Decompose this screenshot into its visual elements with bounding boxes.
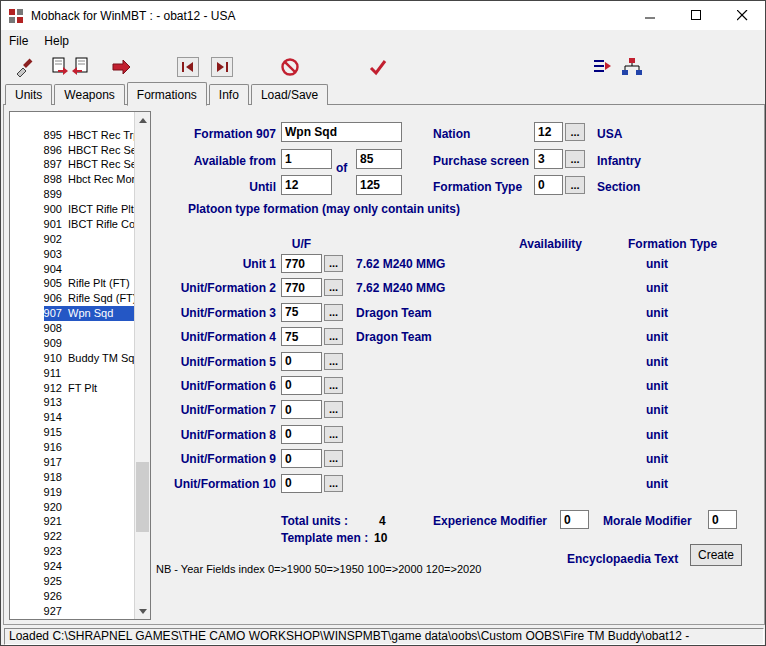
- unit-formation-type: unit: [646, 330, 668, 344]
- goto-record-icon[interactable]: [591, 56, 613, 78]
- unit-picker-button[interactable]: ...: [324, 401, 343, 418]
- formation-list-item-label: 908: [44, 322, 62, 334]
- available-to-field[interactable]: [356, 149, 402, 169]
- confirm-check-icon[interactable]: [367, 56, 389, 78]
- unit-picker-button[interactable]: ...: [324, 255, 343, 272]
- template-men-value: 10: [374, 531, 387, 545]
- nation-id-field[interactable]: [534, 122, 563, 142]
- unit-row: Unit/Formation 9 ... unit: [151, 448, 763, 472]
- formation-type-label: Formation Type: [433, 180, 522, 194]
- formation-list-item-label: 927: [44, 605, 62, 617]
- unit-row-label: Unit/Formation 7: [151, 403, 276, 417]
- unit-formation-type: unit: [646, 428, 668, 442]
- formation-list-item-label: 901 IBCT Rifle Co.: [44, 218, 134, 230]
- formation-list-item-label: 922: [44, 530, 62, 542]
- maximize-button[interactable]: [673, 1, 719, 30]
- tab[interactable]: Weapons: [54, 84, 124, 105]
- unit-formation-type: unit: [646, 257, 668, 271]
- scroll-down-button[interactable]: [135, 603, 150, 619]
- next-record-button[interactable]: [211, 57, 233, 77]
- nation-picker-button[interactable]: ...: [565, 123, 585, 141]
- unit-picker-button[interactable]: ...: [324, 377, 343, 394]
- formation-list-item-label: 920: [44, 501, 62, 513]
- status-text: Loaded C:\SHRAPNEL GAMES\THE CAMO WORKSH…: [9, 629, 689, 643]
- formation-list-item-label: 909: [44, 337, 62, 349]
- list-scrollbar[interactable]: [134, 112, 150, 619]
- tab[interactable]: Units: [5, 84, 52, 105]
- apply-arrow-icon[interactable]: [111, 56, 133, 78]
- formation-type-picker-button[interactable]: ...: [565, 176, 585, 194]
- app-window: Mobhack for WinMBT : - obat12 - USA File…: [0, 0, 766, 646]
- unit-id-field[interactable]: [281, 449, 322, 468]
- until-to-field[interactable]: [356, 175, 402, 195]
- unit-row-label: Unit/Formation 3: [151, 306, 276, 320]
- menu-item[interactable]: File: [1, 31, 36, 51]
- tab[interactable]: Info: [209, 84, 249, 105]
- close-button[interactable]: [719, 1, 765, 30]
- formation-list-item-label: 897 HBCT Rec Sec 2: [44, 158, 134, 170]
- purchase-screen-field[interactable]: [534, 149, 563, 169]
- unit-picker-button[interactable]: ...: [324, 353, 343, 370]
- tab[interactable]: Load/Save: [251, 84, 328, 105]
- menu-item[interactable]: Help: [36, 31, 77, 51]
- nation-name: USA: [597, 127, 622, 141]
- unit-id-field[interactable]: [281, 352, 322, 371]
- unit-availability-name: 7.62 M240 MMG: [356, 257, 445, 271]
- unit-picker-button[interactable]: ...: [324, 426, 343, 443]
- unit-id-field[interactable]: [281, 278, 322, 297]
- formation-type-name: Section: [597, 180, 640, 194]
- structure-icon[interactable]: [621, 56, 643, 78]
- formation-list-item-label: 915: [44, 426, 62, 438]
- template-men-label: Template men :: [281, 531, 368, 545]
- unit-id-field[interactable]: [281, 425, 322, 444]
- unit-id-field[interactable]: [281, 376, 322, 395]
- purchase-screen-picker-button[interactable]: ...: [565, 150, 585, 168]
- create-button[interactable]: Create: [690, 544, 742, 566]
- until-from-field[interactable]: [281, 175, 332, 195]
- formation-list-item-label: 912 FT Plt: [44, 382, 98, 394]
- unit-availability-name: Dragon Team: [356, 306, 432, 320]
- unit-row: Unit/Formation 10 ... unit: [151, 473, 763, 497]
- unit-picker-button[interactable]: ...: [324, 279, 343, 296]
- unit-picker-button[interactable]: ...: [324, 475, 343, 492]
- cancel-icon[interactable]: [279, 56, 301, 78]
- experience-modifier-field[interactable]: [560, 510, 589, 529]
- unit-id-field[interactable]: [281, 474, 322, 493]
- prev-record-button[interactable]: [177, 57, 199, 77]
- encyclopaedia-label: Encyclopaedia Text: [567, 552, 678, 566]
- unit-picker-button[interactable]: ...: [324, 328, 343, 345]
- copy-page-icon[interactable]: [49, 56, 71, 78]
- scroll-up-button[interactable]: [135, 112, 150, 128]
- formation-list-item-label: 919: [44, 486, 62, 498]
- available-from-field[interactable]: [281, 149, 332, 169]
- formation-list-item-label: 916: [44, 441, 62, 453]
- purchase-screen-label: Purchase screen: [433, 154, 529, 168]
- unit-formation-type: unit: [646, 452, 668, 466]
- unit-row: Unit/Formation 7 ... unit: [151, 399, 763, 423]
- formation-type-field[interactable]: [534, 175, 563, 195]
- formation-list-item-label: 913: [44, 396, 62, 408]
- unit-row-label: Unit/Formation 10: [151, 477, 276, 491]
- formation-list-item-label: 898 Hbct Rec Mortar: [44, 173, 134, 185]
- formation-name-field[interactable]: [281, 122, 402, 142]
- formation-list-item[interactable]: 895 HBCT Rec Trp HQ: [10, 113, 134, 128]
- paste-page-icon[interactable]: [69, 56, 91, 78]
- minimize-button[interactable]: [627, 1, 673, 30]
- window-controls: [627, 1, 765, 30]
- morale-modifier-field[interactable]: [708, 510, 737, 529]
- unit-formation-type: unit: [646, 477, 668, 491]
- edit-icon[interactable]: [13, 56, 35, 78]
- header-formation-type: Formation Type: [628, 237, 717, 251]
- unit-row: Unit/Formation 2 ... 7.62 M240 MMG unit: [151, 277, 763, 301]
- unit-id-field[interactable]: [281, 254, 322, 273]
- unit-id-field[interactable]: [281, 327, 322, 346]
- unit-row-label: Unit/Formation 2: [151, 281, 276, 295]
- unit-formation-type: unit: [646, 403, 668, 417]
- unit-picker-button[interactable]: ...: [324, 450, 343, 467]
- unit-id-field[interactable]: [281, 303, 322, 322]
- scroll-thumb[interactable]: [136, 462, 149, 532]
- formation-list-item-label: 895 HBCT Rec Trp HQ: [44, 129, 134, 141]
- unit-id-field[interactable]: [281, 400, 322, 419]
- unit-picker-button[interactable]: ...: [324, 304, 343, 321]
- tab[interactable]: Formations: [127, 82, 207, 106]
